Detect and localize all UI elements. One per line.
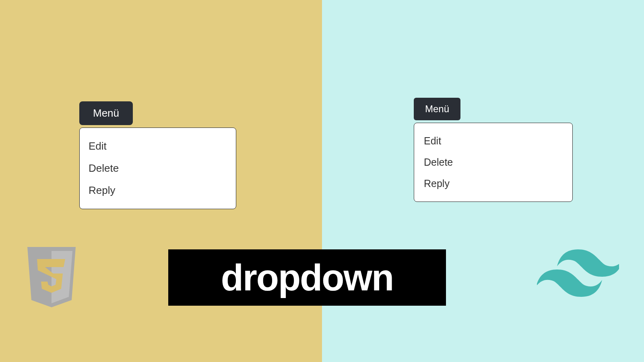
dropdown-panel-left: Edit Delete Reply — [79, 128, 236, 209]
dropdown-panel-right: Edit Delete Reply — [414, 123, 573, 202]
title-text: dropdown — [221, 257, 394, 299]
menu-button-left[interactable]: Menü — [79, 101, 133, 125]
dropdown-left: Menü Edit Delete Reply — [79, 101, 236, 209]
dropdown-item-edit[interactable]: Edit — [89, 135, 227, 157]
dropdown-right: Menü Edit Delete Reply — [414, 98, 573, 202]
dropdown-item-reply[interactable]: Reply — [424, 173, 563, 194]
dropdown-item-delete[interactable]: Delete — [89, 157, 227, 179]
menu-button-right[interactable]: Menü — [414, 98, 460, 120]
title-banner: dropdown — [168, 249, 446, 306]
dropdown-item-edit[interactable]: Edit — [424, 130, 563, 152]
dropdown-item-reply[interactable]: Reply — [89, 179, 227, 202]
dropdown-item-delete[interactable]: Delete — [424, 152, 563, 173]
css3-logo-icon — [25, 247, 78, 307]
tailwind-logo-icon — [537, 247, 619, 297]
